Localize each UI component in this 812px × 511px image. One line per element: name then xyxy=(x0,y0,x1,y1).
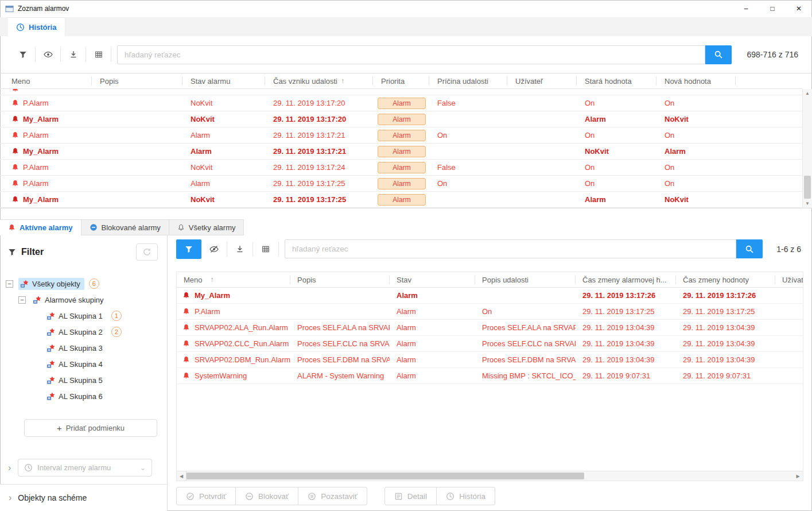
scroll-up-arrow[interactable]: ▲ xyxy=(803,89,812,98)
visibility-off-button[interactable] xyxy=(201,242,227,257)
interval-dropdown[interactable]: Interval zmeny alarmu ⌄ xyxy=(18,459,152,477)
cell-pricina: On xyxy=(429,179,507,188)
columns-button[interactable] xyxy=(86,47,111,62)
bell-icon xyxy=(8,224,15,231)
column-header-meno[interactable]: Meno xyxy=(0,76,92,86)
cell-meno: P.Alarm xyxy=(0,131,92,140)
tree-item[interactable]: AL Skupina 5 xyxy=(0,372,167,388)
tree-item[interactable]: AL Skupina 6 xyxy=(0,388,167,404)
active-alarm-row[interactable]: SRVAPP02.CLC_Run.AlarmProces SELF.CLC na… xyxy=(177,336,803,352)
column-header-nova-hodnota[interactable]: Nová hodnota xyxy=(656,76,736,86)
cell-priorita: Alarm xyxy=(373,178,429,189)
confirm-button[interactable]: Potvrdiť xyxy=(176,487,236,505)
scroll-down-arrow[interactable]: ▼ xyxy=(803,199,812,208)
column-header-pricina[interactable]: Príčina udalosti xyxy=(429,76,507,86)
export-button[interactable] xyxy=(61,47,86,62)
add-condition-button[interactable]: + Pridať podmienku xyxy=(24,419,157,437)
refresh-button[interactable] xyxy=(136,243,158,261)
cell-stav: Alarm xyxy=(390,371,475,380)
scrollbar-thumb[interactable] xyxy=(187,473,584,479)
column-header-uzivatel[interactable]: Užívateľ xyxy=(507,76,577,86)
window-controls: – □ ✕ xyxy=(733,0,812,17)
column-header-popis[interactable]: Popis xyxy=(92,76,182,86)
history-row[interactable]: P.AlarmAlarm29. 11. 2019 13:17:25AlarmOn… xyxy=(0,176,802,192)
collapse-toggle[interactable]: − xyxy=(6,280,13,288)
column-header-cas-zmeny-alarmovej[interactable]: Čas zmeny alarmovej h... xyxy=(576,275,676,284)
active-alarm-row[interactable]: SRVAPP02.ALA_Run.AlarmProces SELF.ALA na… xyxy=(177,320,803,336)
column-header-meno[interactable]: Meno↑ xyxy=(177,275,290,284)
cell-nova-hodnota: On xyxy=(656,179,736,188)
block-button[interactable]: Blokovať xyxy=(235,487,298,505)
pause-button[interactable]: Pozastaviť xyxy=(298,487,367,505)
vertical-scrollbar[interactable]: ▲ ▼ xyxy=(802,89,812,208)
priority-badge: Alarm xyxy=(378,146,426,157)
cell-stav-alarmu: Alarm xyxy=(182,147,265,156)
tab-historia[interactable]: História xyxy=(7,17,65,36)
scrollbar-thumb[interactable] xyxy=(804,176,811,199)
tree-item[interactable]: AL Skupina 3 xyxy=(0,340,167,356)
history-row[interactable]: P.AlarmNoKvit29. 11. 2019 13:17:24AlarmF… xyxy=(0,160,802,176)
cell-meno: My_Alarm xyxy=(177,291,290,300)
scroll-right-arrow[interactable]: ▶ xyxy=(793,471,803,481)
column-header-priorita[interactable]: Priorita xyxy=(373,76,429,86)
tree-item[interactable]: −Alarmové skupiny xyxy=(0,292,167,308)
history-row[interactable]: P.AlarmNoKvit29. 11. 2019 13:17:20AlarmF… xyxy=(0,95,802,111)
history-button[interactable]: História xyxy=(436,487,495,505)
history-row[interactable]: My_AlarmNoKvit29. 11. 2019 13:17:25Alarm… xyxy=(0,192,802,208)
detail-button[interactable]: Detail xyxy=(384,487,437,505)
title-bar: Zoznam alarmov – □ ✕ xyxy=(0,0,812,17)
history-search-input[interactable] xyxy=(117,45,705,64)
column-header-stav-alarmu[interactable]: Stav alarmu xyxy=(182,76,265,86)
collapse-toggle[interactable]: − xyxy=(18,296,26,304)
history-search-button[interactable] xyxy=(705,45,732,64)
column-header-popis-udalosti[interactable]: Popis udalosti xyxy=(475,275,576,284)
history-row-partial[interactable] xyxy=(0,89,802,95)
filter-button[interactable] xyxy=(10,47,36,62)
scroll-left-arrow[interactable]: ◀ xyxy=(177,471,187,481)
tab-vsetky-alarmy[interactable]: Všetky alarmy xyxy=(169,219,244,235)
maximize-button[interactable]: □ xyxy=(759,0,786,17)
tree-item[interactable]: AL Skupina 11 xyxy=(0,308,167,324)
cell-meno: SRVAPP02.ALA_Run.Alarm xyxy=(177,323,290,332)
minimize-button[interactable]: – xyxy=(733,0,759,17)
active-alarm-row[interactable]: SRVAPP02.DBM_Run.AlarmProces SELF.DBM na… xyxy=(177,352,803,368)
active-search-input[interactable] xyxy=(285,239,736,258)
chevron-right-icon[interactable]: › xyxy=(8,463,11,473)
history-row[interactable]: My_AlarmAlarm29. 11. 2019 13:17:21AlarmN… xyxy=(0,144,802,160)
tree-item-label: AL Skupina 5 xyxy=(59,376,103,385)
active-alarm-row[interactable]: P.AlarmAlarmOn29. 11. 2019 13:17:2529. 1… xyxy=(177,304,803,320)
visibility-button[interactable] xyxy=(36,47,61,62)
columns-button[interactable] xyxy=(253,242,279,257)
column-header-stara-hodnota[interactable]: Stará hodnota xyxy=(577,76,656,86)
alarm-group-icon xyxy=(33,296,41,304)
history-row[interactable]: My_AlarmNoKvit29. 11. 2019 13:17:20Alarm… xyxy=(0,111,802,127)
cell-popis: Proces SELF.DBM na SRVA... xyxy=(290,355,390,364)
column-header-cas-vzniku[interactable]: Čas vzniku udalosti↑ xyxy=(265,76,373,86)
tree-item[interactable]: AL Skupina 22 xyxy=(0,324,167,340)
search-icon xyxy=(745,245,754,254)
objects-on-scheme-section[interactable]: › Objekty na schéme xyxy=(0,484,167,511)
tree-item[interactable]: AL Skupina 4 xyxy=(0,356,167,372)
horizontal-scrollbar[interactable]: ◀ ▶ xyxy=(177,471,803,481)
column-header-cas-zmeny-hodnoty[interactable]: Čas zmeny hodnoty xyxy=(676,275,775,284)
filter-toggle-button[interactable] xyxy=(176,239,201,259)
column-header-uzivatel[interactable]: Užívateľ xyxy=(775,275,803,284)
export-button[interactable] xyxy=(227,242,253,257)
cell-meno: P.Alarm xyxy=(0,163,92,172)
alarm-bell-icon xyxy=(11,131,19,139)
active-alarm-row[interactable]: My_AlarmAlarm29. 11. 2019 13:17:2629. 11… xyxy=(177,288,803,304)
cell-nova-hodnota: On xyxy=(656,163,736,172)
active-search-button[interactable] xyxy=(736,239,763,258)
alarm-tab-strip: Aktívne alarmy Blokované alarmy Všetky a… xyxy=(0,219,812,235)
tab-blokovane-alarmy[interactable]: Blokované alarmy xyxy=(81,219,169,235)
alarm-bell-icon xyxy=(11,180,19,187)
column-header-stav[interactable]: Stav xyxy=(390,275,475,284)
tree-item-label: AL Skupina 6 xyxy=(59,392,103,401)
active-alarm-row[interactable]: SystemWarningALARM - System WarningAlarm… xyxy=(177,368,803,384)
tab-aktivne-alarmy[interactable]: Aktívne alarmy xyxy=(0,219,81,235)
close-button[interactable]: ✕ xyxy=(786,0,812,17)
tree-item[interactable]: −Všetky objekty6 xyxy=(0,276,167,292)
column-header-popis[interactable]: Popis xyxy=(290,275,390,284)
cell-pricina: False xyxy=(429,99,507,107)
history-row[interactable]: P.AlarmAlarm29. 11. 2019 13:17:21AlarmOn… xyxy=(0,127,802,144)
